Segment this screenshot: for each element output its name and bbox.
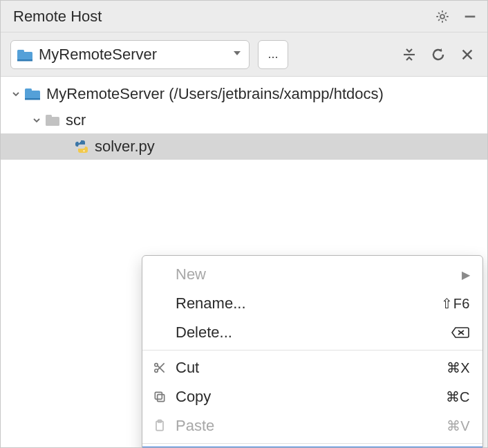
collapse-tree-icon[interactable] (399, 44, 420, 65)
chevron-down-icon[interactable] (10, 88, 21, 100)
shortcut: ⇧F6 (441, 295, 470, 312)
remote-host-panel: Remote Host MyRemoteServer ... (0, 0, 488, 448)
toolbar: MyRemoteServer ... (1, 32, 487, 77)
server-folder-icon (17, 49, 32, 60)
chevron-down-icon[interactable] (31, 115, 42, 126)
svg-point-15 (84, 150, 85, 151)
svg-rect-22 (158, 395, 165, 402)
svg-rect-23 (155, 392, 162, 399)
svg-rect-10 (25, 88, 32, 92)
shortcut: ⌘V (447, 418, 470, 434)
python-file-icon (74, 139, 89, 154)
menu-delete[interactable]: Delete... (142, 318, 482, 347)
scissors-icon (149, 360, 170, 376)
svg-rect-3 (17, 50, 24, 53)
chevron-down-icon (232, 48, 242, 61)
svg-rect-13 (46, 115, 52, 118)
folder-icon (45, 114, 60, 127)
clipboard-icon (149, 418, 170, 434)
svg-rect-11 (25, 98, 40, 100)
shortcut: ⌘X (447, 360, 470, 376)
menu-rename[interactable]: Rename... ⇧F6 (142, 289, 482, 318)
server-folder-icon (24, 88, 41, 100)
svg-marker-5 (234, 51, 241, 55)
server-name: MyRemoteServer (39, 46, 225, 64)
shortcut: ⌘C (446, 389, 470, 405)
svg-point-0 (440, 15, 444, 19)
blank-icon (149, 266, 170, 283)
tree-file-row[interactable]: solver.py (1, 133, 487, 160)
close-icon[interactable] (457, 44, 478, 65)
panel-title: Remote Host (13, 8, 102, 26)
svg-point-14 (79, 142, 80, 143)
menu-cut[interactable]: Cut ⌘X (142, 353, 482, 382)
minimize-icon[interactable] (462, 9, 478, 24)
file-tree: MyRemoteServer (/Users/jetbrains/xampp/h… (1, 77, 487, 160)
blank-icon (149, 295, 170, 312)
menu-paste[interactable]: Paste ⌘V (142, 411, 482, 440)
context-menu: New ▶ Rename... ⇧F6 Delete... (142, 255, 483, 448)
tree-root-row[interactable]: MyRemoteServer (/Users/jetbrains/xampp/h… (1, 81, 487, 107)
blank-icon (149, 324, 170, 341)
tree-folder-label: scr (66, 111, 86, 129)
panel-titlebar: Remote Host (1, 1, 487, 32)
tree-root-label: MyRemoteServer (/Users/jetbrains/xampp/h… (46, 85, 384, 103)
svg-rect-4 (17, 59, 32, 62)
submenu-arrow-icon: ▶ (462, 268, 470, 281)
gear-icon[interactable] (435, 9, 450, 24)
tree-file-label: solver.py (95, 138, 155, 156)
titlebar-actions (435, 9, 478, 24)
menu-separator (142, 350, 482, 351)
menu-new[interactable]: New ▶ (142, 260, 482, 289)
copy-icon (149, 389, 170, 405)
menu-copy[interactable]: Copy ⌘C (142, 382, 482, 411)
server-dropdown[interactable]: MyRemoteServer (10, 40, 250, 69)
refresh-icon[interactable] (428, 44, 449, 65)
tree-folder-row[interactable]: scr (1, 107, 487, 133)
menu-separator (142, 443, 482, 444)
browse-button[interactable]: ... (258, 40, 288, 69)
delete-key-icon (451, 326, 470, 339)
